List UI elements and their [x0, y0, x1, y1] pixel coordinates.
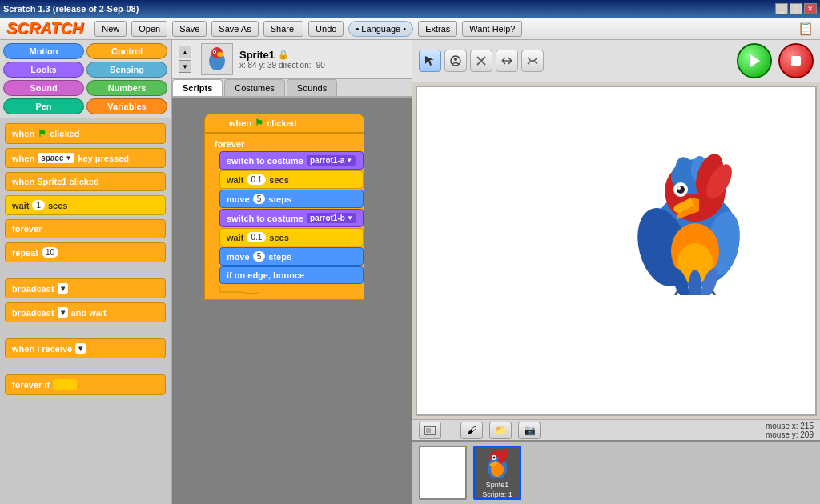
- category-looks[interactable]: Looks: [3, 62, 84, 78]
- save-button[interactable]: Save: [172, 21, 207, 37]
- nav-down-arrow[interactable]: ▼: [179, 60, 191, 73]
- script-switch-costume-a[interactable]: switch to costume parrot1-a ▼: [219, 151, 364, 170]
- key-dropdown[interactable]: space ▼: [38, 153, 74, 163]
- script-if-on-edge-bounce[interactable]: if on edge, bounce: [219, 266, 364, 284]
- block-forever[interactable]: forever: [5, 219, 166, 238]
- blocks-panel: Motion Control Looks Sensing Sound Numbe…: [0, 40, 172, 504]
- paint-button[interactable]: 🖌: [460, 422, 483, 439]
- stage-nav: ▲ ▼: [179, 46, 191, 73]
- language-button[interactable]: • Language •: [348, 21, 413, 37]
- mouse-coords: mouse x: 215 mouse y: 209: [766, 422, 814, 439]
- forever-label: forever: [208, 137, 364, 151]
- shrink-tool-button[interactable]: [521, 50, 544, 72]
- broadcast-wait-dropdown[interactable]: ▾: [58, 307, 68, 318]
- category-control[interactable]: Control: [86, 43, 167, 59]
- scripts-editor: ▲ ▼ Sprite1 🔒 x: 84: [172, 40, 412, 504]
- script-wait-2[interactable]: wait 0.1 secs: [219, 228, 364, 246]
- block-broadcast[interactable]: broadcast ▾: [5, 278, 166, 298]
- mouse-x-label: mouse x:: [766, 422, 798, 430]
- block-when-receive[interactable]: when I receive ▾: [5, 338, 166, 358]
- stage-thumbnail[interactable]: [419, 446, 467, 500]
- script-move-1[interactable]: move 5 steps: [219, 190, 364, 208]
- block-when-sprite-clicked[interactable]: when Sprite1 clicked: [5, 172, 166, 191]
- stage-size-icon: [424, 426, 436, 435]
- save-as-button[interactable]: Save As: [211, 21, 258, 37]
- block-when-key-pressed[interactable]: when space ▼ key pressed: [5, 148, 166, 168]
- app-logo: SCRATCH: [6, 19, 83, 38]
- receive-dropdown[interactable]: ▾: [75, 343, 86, 354]
- sprite-thumbnail: [201, 43, 233, 75]
- sprite-info: Sprite1 🔒 x: 84 y: 39 direction: -90: [239, 49, 325, 70]
- block-repeat[interactable]: repeat 10: [5, 242, 166, 262]
- arrow-tool-button[interactable]: [419, 50, 441, 72]
- titlebar: Scratch 1.3 (release of 2-Sep-08) _ □ ✕: [0, 0, 820, 18]
- undo-button[interactable]: Undo: [308, 21, 344, 37]
- tab-scripts[interactable]: Scripts: [172, 79, 223, 96]
- extras-button[interactable]: Extras: [418, 21, 457, 37]
- block-forever-if[interactable]: forever if: [5, 374, 166, 395]
- window-title: Scratch 1.3 (release of 2-Sep-08): [3, 4, 139, 14]
- svg-point-6: [454, 58, 457, 61]
- grow-tool-button[interactable]: [496, 50, 518, 72]
- category-motion[interactable]: Motion: [3, 43, 84, 59]
- category-buttons: Motion Control Looks Sensing Sound Numbe…: [0, 40, 171, 118]
- svg-point-32: [493, 457, 496, 459]
- cut-tool-icon: [475, 54, 488, 67]
- mouse-y-value: 209: [800, 430, 814, 439]
- green-flag-icon: [746, 52, 763, 70]
- lock-icon: 🔒: [278, 50, 289, 60]
- maximize-button[interactable]: □: [790, 3, 802, 14]
- flag-icon: ⚑: [38, 128, 46, 139]
- open-button[interactable]: Open: [131, 21, 167, 37]
- svg-point-4: [214, 51, 215, 53]
- run-controls: [737, 43, 814, 78]
- category-numbers[interactable]: Numbers: [86, 80, 167, 96]
- repeat-input[interactable]: 10: [42, 247, 58, 258]
- block-wait-secs[interactable]: wait 1 secs: [5, 195, 166, 215]
- category-pen[interactable]: Pen: [3, 98, 84, 114]
- move-1-input[interactable]: 5: [253, 194, 266, 204]
- category-variables[interactable]: Variables: [86, 98, 167, 114]
- tab-costumes[interactable]: Costumes: [224, 79, 285, 96]
- wait-1-input[interactable]: 0.1: [247, 174, 266, 185]
- category-sensing[interactable]: Sensing: [86, 62, 167, 78]
- script-wait-1[interactable]: wait 0.1 secs: [219, 170, 364, 189]
- share-button[interactable]: Share!: [263, 21, 303, 37]
- stop-button[interactable]: [778, 43, 814, 78]
- close-button[interactable]: ✕: [804, 3, 817, 14]
- minimize-button[interactable]: _: [775, 3, 788, 14]
- duplicate-tool-button[interactable]: [444, 50, 467, 72]
- camera-button[interactable]: 📷: [518, 422, 541, 439]
- nav-up-arrow[interactable]: ▲: [179, 46, 191, 58]
- sprite-list-parrot: [482, 448, 512, 478]
- forever-block-container[interactable]: forever switch to costume parrot1-a ▼ wa…: [204, 133, 364, 300]
- folder-button[interactable]: 📁: [489, 422, 512, 439]
- category-sound[interactable]: Sound: [3, 80, 84, 96]
- editor-tabs: Scripts Costumes Sounds: [172, 79, 412, 98]
- costume-b-dropdown[interactable]: parrot1-b ▼: [307, 213, 356, 223]
- arrow-tool-icon: [424, 54, 436, 67]
- tab-sounds[interactable]: Sounds: [287, 79, 337, 96]
- help-button[interactable]: Want Help?: [462, 21, 522, 37]
- green-flag-button[interactable]: [737, 43, 772, 78]
- wait-input[interactable]: 1: [32, 200, 45, 210]
- grow-tool-icon: [500, 54, 513, 67]
- wait-2-input[interactable]: 0.1: [247, 232, 266, 242]
- stage[interactable]: [416, 86, 817, 416]
- parrot-image: [623, 135, 767, 295]
- stage-bottom-bar: 🖌 📁 📷 mouse x: 215 mouse y: 209: [412, 419, 820, 440]
- broadcast-dropdown[interactable]: ▾: [58, 283, 68, 294]
- block-when-flag-clicked[interactable]: when ⚑ clicked: [5, 123, 166, 144]
- script-move-2[interactable]: move 5 steps: [219, 247, 364, 266]
- cut-tool-button[interactable]: [470, 50, 492, 72]
- script-block-when-clicked[interactable]: when ⚑ clicked: [204, 114, 364, 133]
- sprite-list-item[interactable]: Sprite1 Scripts: 1: [473, 446, 521, 500]
- scripts-canvas[interactable]: when ⚑ clicked forever switch to costume…: [172, 98, 412, 504]
- script-switch-costume-b[interactable]: switch to costume parrot1-b ▼: [219, 209, 364, 227]
- block-broadcast-and-wait[interactable]: broadcast ▾ and wait: [5, 302, 166, 322]
- stage-size-button[interactable]: [419, 422, 441, 439]
- costume-a-dropdown[interactable]: parrot1-a ▼: [307, 155, 356, 166]
- move-2-input[interactable]: 5: [253, 251, 266, 262]
- new-button[interactable]: New: [94, 21, 127, 37]
- svg-point-20: [677, 186, 681, 190]
